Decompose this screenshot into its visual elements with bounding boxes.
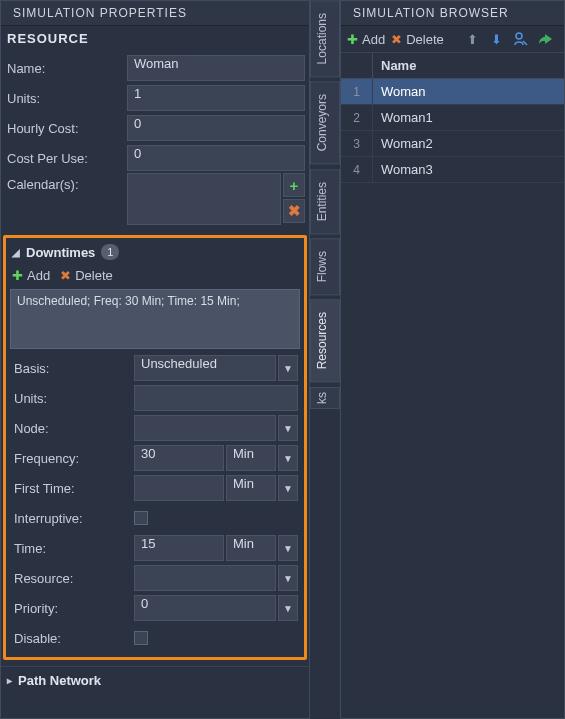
- tab-flows[interactable]: Flows: [310, 238, 340, 295]
- time-unit-select[interactable]: Min: [226, 535, 276, 561]
- plus-icon: +: [290, 177, 299, 194]
- table-row[interactable]: 3 Woman2: [341, 131, 564, 157]
- collapse-icon: ◢: [12, 247, 20, 258]
- chevron-down-icon[interactable]: ▼: [278, 475, 298, 501]
- frequency-input[interactable]: 30: [134, 445, 224, 471]
- tab-resources[interactable]: Resources: [310, 299, 340, 382]
- browser-add-button[interactable]: ✚ Add: [347, 32, 385, 47]
- chevron-down-icon[interactable]: ▼: [278, 355, 298, 381]
- row-name[interactable]: Woman3: [373, 157, 564, 182]
- browser-title: SIMULATION BROWSER: [341, 1, 564, 26]
- name-label: Name:: [5, 61, 121, 76]
- calendars-label: Calendar(s):: [5, 173, 121, 192]
- downtimes-header-row[interactable]: ◢ Downtimes 1: [8, 240, 302, 264]
- table-row[interactable]: 2 Woman1: [341, 105, 564, 131]
- first-time-label: First Time:: [12, 481, 128, 496]
- properties-title: SIMULATION PROPERTIES: [1, 1, 309, 26]
- name-column-header[interactable]: Name: [373, 53, 564, 78]
- disable-checkbox[interactable]: [134, 631, 148, 645]
- node-label: Node:: [12, 421, 128, 436]
- interruptive-checkbox[interactable]: [134, 511, 148, 525]
- units-label: Units:: [5, 91, 121, 106]
- frequency-label: Frequency:: [12, 451, 128, 466]
- downtime-add-label: Add: [27, 268, 50, 283]
- cost-per-use-label: Cost Per Use:: [5, 151, 121, 166]
- cost-per-use-input[interactable]: 0: [127, 145, 305, 171]
- downtime-delete-button[interactable]: ✖ Delete: [60, 268, 113, 283]
- downtimes-header: Downtimes: [26, 245, 95, 260]
- dt-resource-label: Resource:: [12, 571, 128, 586]
- path-network-label: Path Network: [18, 673, 101, 688]
- expand-icon: ▸: [7, 675, 12, 686]
- close-icon: ✖: [60, 268, 71, 283]
- find-icon[interactable]: [512, 30, 530, 48]
- chevron-down-icon[interactable]: ▼: [278, 415, 298, 441]
- row-number: 3: [341, 131, 373, 156]
- downtime-entry[interactable]: Unscheduled; Freq: 30 Min; Time: 15 Min;: [17, 294, 293, 308]
- interruptive-label: Interruptive:: [12, 511, 128, 526]
- priority-label: Priority:: [12, 601, 128, 616]
- time-label: Time:: [12, 541, 128, 556]
- plus-icon: ✚: [12, 268, 23, 283]
- tab-partial[interactable]: ks: [310, 387, 340, 409]
- row-number: 1: [341, 79, 373, 104]
- dt-units-input[interactable]: [134, 385, 298, 411]
- move-down-icon[interactable]: ⬇: [488, 30, 506, 48]
- units-input[interactable]: 1: [127, 85, 305, 111]
- downtimes-count-badge: 1: [101, 244, 119, 260]
- downtime-add-button[interactable]: ✚ Add: [12, 268, 50, 283]
- properties-panel: SIMULATION PROPERTIES RESOURCE Name: Wom…: [0, 0, 310, 719]
- path-network-header[interactable]: ▸ Path Network: [1, 666, 309, 694]
- first-time-unit-select[interactable]: Min: [226, 475, 276, 501]
- chevron-down-icon[interactable]: ▼: [278, 445, 298, 471]
- first-time-input[interactable]: [134, 475, 224, 501]
- tab-entities[interactable]: Entities: [310, 169, 340, 234]
- frequency-unit-select[interactable]: Min: [226, 445, 276, 471]
- chevron-down-icon[interactable]: ▼: [278, 565, 298, 591]
- basis-label: Basis:: [12, 361, 128, 376]
- dt-resource-select[interactable]: [134, 565, 276, 591]
- downtimes-section: ◢ Downtimes 1 ✚ Add ✖ Delete Unscheduled…: [3, 235, 307, 660]
- calendar-add-button[interactable]: +: [283, 173, 305, 197]
- browser-add-label: Add: [362, 32, 385, 47]
- row-number-header: [341, 53, 373, 78]
- row-name[interactable]: Woman2: [373, 131, 564, 156]
- disable-label: Disable:: [12, 631, 128, 646]
- close-icon: ✖: [288, 202, 301, 220]
- browser-delete-label: Delete: [406, 32, 444, 47]
- downtime-delete-label: Delete: [75, 268, 113, 283]
- row-name[interactable]: Woman1: [373, 105, 564, 130]
- row-number: 2: [341, 105, 373, 130]
- resource-section-header: RESOURCE: [1, 26, 309, 51]
- priority-input[interactable]: 0: [134, 595, 276, 621]
- tab-locations[interactable]: Locations: [310, 0, 340, 77]
- table-row[interactable]: 4 Woman3: [341, 157, 564, 183]
- chevron-down-icon[interactable]: ▼: [278, 595, 298, 621]
- chevron-down-icon[interactable]: ▼: [278, 535, 298, 561]
- hourly-cost-input[interactable]: 0: [127, 115, 305, 141]
- node-select[interactable]: [134, 415, 276, 441]
- name-input[interactable]: Woman: [127, 55, 305, 81]
- move-up-icon[interactable]: ⬆: [464, 30, 482, 48]
- row-name[interactable]: Woman: [373, 79, 564, 104]
- close-icon: ✖: [391, 32, 402, 47]
- export-icon[interactable]: [536, 30, 554, 48]
- svg-point-0: [516, 33, 522, 39]
- plus-icon: ✚: [347, 32, 358, 47]
- hourly-cost-label: Hourly Cost:: [5, 121, 121, 136]
- person-search-icon: [513, 31, 529, 47]
- browser-delete-button[interactable]: ✖ Delete: [391, 32, 444, 47]
- calendar-remove-button[interactable]: ✖: [283, 199, 305, 223]
- category-tabs: Locations Conveyors Entities Flows Resou…: [310, 0, 340, 719]
- time-input[interactable]: 15: [134, 535, 224, 561]
- table-row[interactable]: 1 Woman: [341, 79, 564, 105]
- share-arrow-icon: [537, 32, 553, 46]
- basis-select[interactable]: Unscheduled: [134, 355, 276, 381]
- browser-grid-header: Name: [341, 53, 564, 79]
- tab-conveyors[interactable]: Conveyors: [310, 81, 340, 164]
- row-number: 4: [341, 157, 373, 182]
- downtimes-list[interactable]: Unscheduled; Freq: 30 Min; Time: 15 Min;: [10, 289, 300, 349]
- browser-toolbar: ✚ Add ✖ Delete ⬆ ⬇: [341, 26, 564, 53]
- browser-panel: SIMULATION BROWSER ✚ Add ✖ Delete ⬆ ⬇ Na: [340, 0, 565, 719]
- calendars-list[interactable]: [127, 173, 281, 225]
